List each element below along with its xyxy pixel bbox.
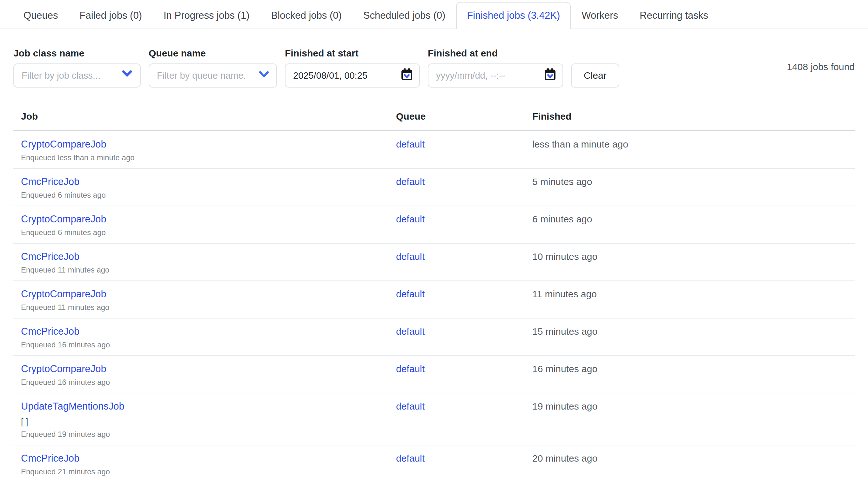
job-class-placeholder: Filter by job class...	[22, 70, 100, 81]
queue-link[interactable]: default	[396, 326, 425, 337]
enqueued-label: Enqueued 6 minutes ago	[21, 191, 381, 199]
finished-time: 19 minutes ago	[525, 393, 855, 445]
finished-column-header: Finished	[525, 102, 855, 131]
finished-time: 15 minutes ago	[525, 318, 855, 356]
queue-link[interactable]: default	[396, 289, 425, 299]
finished-jobs-table: Job Queue Finished CryptoCompareJob Enqu…	[13, 102, 855, 480]
job-class-filter-group: Job class name Filter by job class...	[13, 47, 141, 88]
enqueued-label: Enqueued less than a minute ago	[21, 153, 381, 162]
queue-link[interactable]: default	[396, 401, 425, 411]
queue-link[interactable]: default	[396, 453, 425, 464]
finished-at-end-placeholder: yyyy/mm/dd, --:--	[436, 70, 505, 81]
tab-blocked-jobs[interactable]: Blocked jobs (0)	[260, 2, 352, 29]
queue-link[interactable]: default	[396, 139, 425, 149]
queue-link[interactable]: default	[396, 176, 425, 187]
job-link[interactable]: UpdateTagMentionsJob	[21, 401, 124, 412]
finished-at-start-label: Finished at start	[285, 47, 420, 59]
job-column-header: Job	[13, 102, 389, 131]
tab-recurring-tasks[interactable]: Recurring tasks	[629, 2, 719, 29]
job-link[interactable]: CryptoCompareJob	[21, 364, 106, 374]
job-link[interactable]: CryptoCompareJob	[21, 289, 106, 300]
tab-in-progress-jobs[interactable]: In Progress jobs (1)	[153, 2, 260, 29]
table-row: CryptoCompareJob Enqueued 11 minutes ago…	[13, 281, 855, 318]
finished-time: 5 minutes ago	[525, 168, 855, 206]
finished-time: 16 minutes ago	[525, 356, 855, 393]
enqueued-label: Enqueued 11 minutes ago	[21, 266, 381, 274]
clear-button[interactable]: Clear	[571, 63, 619, 88]
job-link[interactable]: CryptoCompareJob	[21, 214, 106, 225]
enqueued-label: Enqueued 21 minutes ago	[21, 468, 381, 476]
finished-end-filter-group: Finished at end yyyy/mm/dd, --:--	[428, 47, 563, 88]
table-row: CmcPriceJob Enqueued 16 minutes ago defa…	[13, 318, 855, 356]
finished-at-start-value: 2025/08/01, 00:25	[293, 70, 368, 81]
tab-queues[interactable]: Queues	[13, 2, 69, 29]
queue-name-select[interactable]: Filter by queue name.	[149, 63, 277, 88]
tab-bar: Queues Failed jobs (0) In Progress jobs …	[0, 0, 868, 29]
job-link[interactable]: CmcPriceJob	[21, 176, 80, 187]
table-row: CmcPriceJob Enqueued 21 minutes ago defa…	[13, 445, 855, 480]
table-row: CryptoCompareJob Enqueued less than a mi…	[13, 131, 855, 168]
finished-at-start-input[interactable]: 2025/08/01, 00:25	[285, 63, 420, 88]
tab-failed-jobs[interactable]: Failed jobs (0)	[69, 2, 153, 29]
calendar-icon[interactable]	[401, 68, 413, 83]
table-row: CryptoCompareJob Enqueued 6 minutes ago …	[13, 206, 855, 243]
tab-finished-jobs[interactable]: Finished jobs (3.42K)	[456, 2, 571, 29]
finished-time: less than a minute ago	[525, 131, 855, 168]
table-header-row: Job Queue Finished	[13, 102, 855, 131]
filters-bar: Job class name Filter by job class... Qu…	[0, 47, 868, 88]
enqueued-label: Enqueued 19 minutes ago	[21, 430, 381, 439]
chevron-down-icon	[258, 70, 270, 81]
finished-time: 11 minutes ago	[525, 281, 855, 318]
job-link[interactable]: CmcPriceJob	[21, 326, 80, 337]
queue-name-placeholder: Filter by queue name.	[157, 70, 246, 81]
job-class-label: Job class name	[13, 47, 141, 59]
table-row: UpdateTagMentionsJob [ ] Enqueued 19 min…	[13, 393, 855, 445]
queue-link[interactable]: default	[396, 364, 425, 374]
chevron-down-icon	[121, 69, 134, 82]
queue-column-header: Queue	[389, 102, 525, 131]
tab-workers[interactable]: Workers	[571, 2, 629, 29]
enqueued-label: Enqueued 11 minutes ago	[21, 303, 381, 312]
queue-name-label: Queue name	[149, 47, 277, 59]
enqueued-label: Enqueued 16 minutes ago	[21, 341, 381, 349]
job-link[interactable]: CmcPriceJob	[21, 251, 80, 262]
results-count: 1408 jobs found	[787, 62, 855, 72]
enqueued-label: Enqueued 16 minutes ago	[21, 378, 381, 386]
finished-at-end-label: Finished at end	[428, 47, 563, 59]
finished-time: 10 minutes ago	[525, 243, 855, 281]
job-arguments: [ ]	[21, 417, 381, 426]
calendar-icon[interactable]	[544, 68, 556, 83]
table-row: CryptoCompareJob Enqueued 16 minutes ago…	[13, 356, 855, 393]
job-link[interactable]: CryptoCompareJob	[21, 139, 106, 150]
table-row: CmcPriceJob Enqueued 11 minutes ago defa…	[13, 243, 855, 281]
finished-at-end-input[interactable]: yyyy/mm/dd, --:--	[428, 63, 563, 88]
enqueued-label: Enqueued 6 minutes ago	[21, 229, 381, 237]
table-row: CmcPriceJob Enqueued 6 minutes ago defau…	[13, 168, 855, 206]
finished-start-filter-group: Finished at start 2025/08/01, 00:25	[285, 47, 420, 88]
job-class-select[interactable]: Filter by job class...	[13, 63, 141, 88]
finished-time: 6 minutes ago	[525, 206, 855, 243]
queue-link[interactable]: default	[396, 214, 425, 224]
queue-filter-group: Queue name Filter by queue name.	[149, 47, 277, 88]
tab-scheduled-jobs[interactable]: Scheduled jobs (0)	[352, 2, 456, 29]
job-link[interactable]: CmcPriceJob	[21, 453, 80, 464]
queue-link[interactable]: default	[396, 251, 425, 262]
finished-time: 20 minutes ago	[525, 445, 855, 480]
